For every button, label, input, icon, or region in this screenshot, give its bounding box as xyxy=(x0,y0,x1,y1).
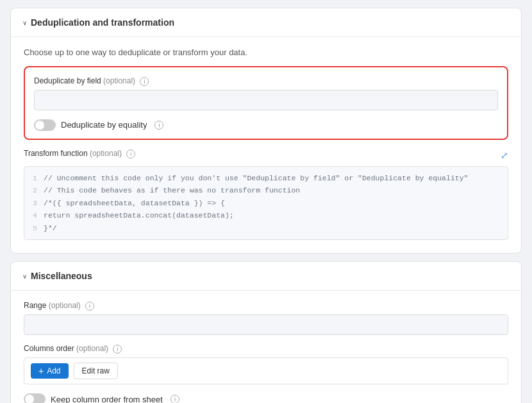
misc-section-body: Range (optional) i Columns order (option… xyxy=(11,291,521,403)
columns-order-label: Columns order (optional) i xyxy=(24,344,508,354)
page-wrapper: ∨ Deduplication and transformation Choos… xyxy=(0,8,532,403)
range-label: Range (optional) i xyxy=(24,301,508,311)
dedup-equality-label: Deduplicate by equality xyxy=(61,120,147,130)
range-input[interactable] xyxy=(24,314,508,335)
keep-column-group: Keep column order from sheet i xyxy=(24,393,508,403)
dedup-field-label: Deduplicate by field (optional) i xyxy=(34,76,498,86)
code-line-5: 5 }*/ xyxy=(28,222,504,235)
dedup-equality-info-icon[interactable]: i xyxy=(154,121,163,130)
edit-raw-button[interactable]: Edit raw xyxy=(74,363,118,379)
keep-column-toggle[interactable] xyxy=(24,393,46,403)
columns-order-info-icon[interactable]: i xyxy=(113,345,122,354)
keep-column-info-icon[interactable]: i xyxy=(170,395,179,403)
dedup-section-body: Choose up to one way to deduplicate or t… xyxy=(11,37,521,253)
keep-column-row: Keep column order from sheet i xyxy=(24,393,508,403)
keep-column-label: Keep column order from sheet xyxy=(51,395,163,403)
keep-column-slider xyxy=(24,393,46,403)
dedup-equality-slider xyxy=(34,119,56,131)
transform-info-icon[interactable]: i xyxy=(126,150,135,159)
code-editor[interactable]: 1 // Uncomment this code only if you don… xyxy=(24,166,508,241)
transform-function-label: Transform function (optional) i xyxy=(24,149,135,159)
dedup-section-header[interactable]: ∨ Deduplication and transformation xyxy=(11,8,521,37)
misc-chevron-icon: ∨ xyxy=(22,273,27,280)
dedup-field-info-icon[interactable]: i xyxy=(140,77,149,86)
plus-icon: + xyxy=(38,366,44,375)
range-group: Range (optional) i xyxy=(24,301,508,335)
line-num-2: 2 xyxy=(28,184,37,197)
add-button-label: Add xyxy=(47,366,60,375)
range-info-icon[interactable]: i xyxy=(85,302,94,311)
line-num-3: 3 xyxy=(28,197,37,210)
line-code-1: // Uncomment this code only if you don't… xyxy=(44,172,469,185)
code-line-3: 3 /*({ spreadsheetData, datasetData }) =… xyxy=(28,197,504,210)
dedup-section-card: ∨ Deduplication and transformation Choos… xyxy=(10,8,522,253)
expand-icon[interactable]: ⤢ xyxy=(501,150,508,160)
code-line-4: 4 return spreadsheetData.concat(datasetD… xyxy=(28,209,504,222)
columns-order-group: Columns order (optional) i + Add Edit ra… xyxy=(24,344,508,384)
code-line-2: 2 // This code behaves as if there was n… xyxy=(28,184,504,197)
dedup-section-title: Deduplication and transformation xyxy=(31,17,174,28)
transform-function-group: Transform function (optional) i ⤢ 1 // U… xyxy=(24,149,508,241)
line-code-2: // This code behaves as if there was no … xyxy=(44,184,300,197)
add-column-button[interactable]: + Add xyxy=(31,363,69,379)
code-line-1: 1 // Uncomment this code only if you don… xyxy=(28,172,504,185)
dedup-description: Choose up to one way to deduplicate or t… xyxy=(24,47,508,57)
line-code-3: /*({ spreadsheetData, datasetData }) => … xyxy=(44,197,225,210)
dedup-equality-toggle[interactable] xyxy=(34,119,56,131)
line-num-1: 1 xyxy=(28,172,37,185)
dedup-equality-row: Deduplicate by equality i xyxy=(34,119,498,131)
dedup-highlight-block: Deduplicate by field (optional) i Dedupl… xyxy=(24,66,508,140)
line-num-5: 5 xyxy=(28,222,37,235)
dedup-chevron-icon: ∨ xyxy=(22,19,27,26)
columns-order-row: + Add Edit raw xyxy=(24,357,508,384)
dedup-by-field-group: Deduplicate by field (optional) i xyxy=(34,76,498,110)
line-code-4: return spreadsheetData.concat(datasetDat… xyxy=(44,209,234,222)
misc-section-title: Miscellaneous xyxy=(31,271,92,281)
misc-section-card: ∨ Miscellaneous Range (optional) i Colum… xyxy=(10,261,522,403)
line-code-5: }*/ xyxy=(44,222,57,235)
misc-section-header[interactable]: ∨ Miscellaneous xyxy=(11,262,521,291)
dedup-field-input[interactable] xyxy=(34,90,498,110)
transform-label-row: Transform function (optional) i ⤢ xyxy=(24,149,508,162)
line-num-4: 4 xyxy=(28,209,37,222)
